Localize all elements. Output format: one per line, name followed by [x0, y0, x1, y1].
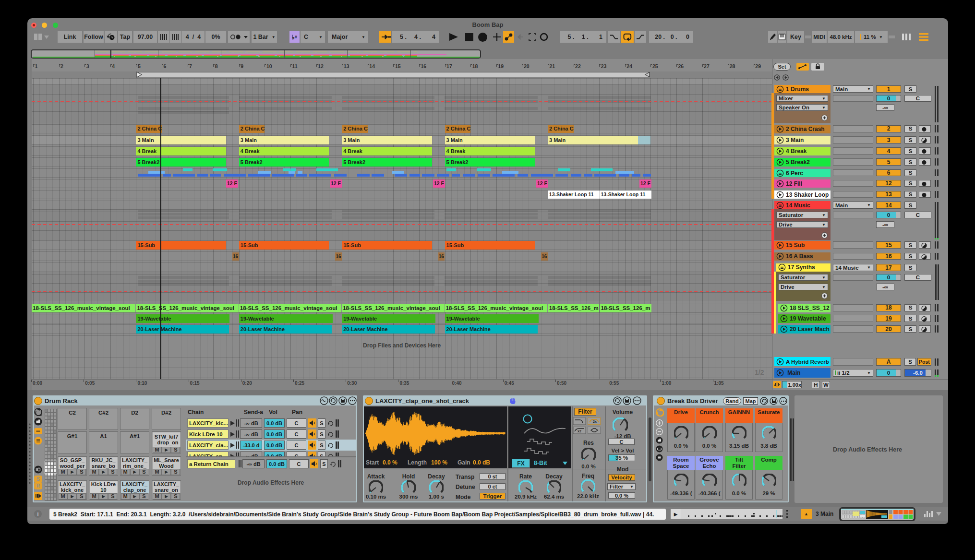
svg-text:R: R: [36, 483, 40, 489]
svg-text:i: i: [37, 511, 38, 517]
svg-text:2x: 2x: [593, 420, 597, 423]
svg-text:x2: x2: [578, 429, 581, 433]
svg-text:S: S: [36, 477, 40, 482]
